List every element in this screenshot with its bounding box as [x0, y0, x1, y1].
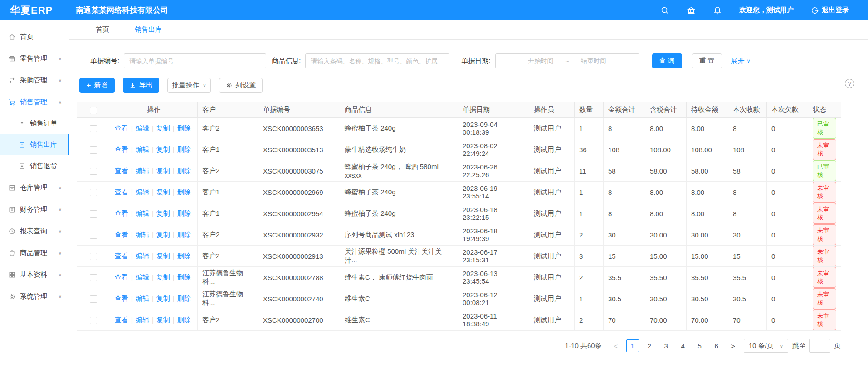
page-3[interactable]: 3 [660, 339, 673, 352]
page-1[interactable]: 1 [626, 339, 639, 352]
view-link[interactable]: 查看 [115, 316, 128, 324]
copy-link[interactable]: 复制 [156, 167, 170, 174]
next-page-button[interactable]: > [727, 339, 740, 352]
edit-link[interactable]: 编辑 [136, 316, 149, 324]
delete-link[interactable]: 删除 [177, 295, 191, 302]
cell-product: 序列号商品测试 xlh123 [340, 224, 458, 246]
sidebar-item-goods[interactable]: 商品管理 ∨ [0, 242, 69, 264]
reset-button[interactable]: 重 置 [692, 53, 722, 68]
edit-link[interactable]: 编辑 [136, 167, 149, 174]
view-link[interactable]: 查看 [115, 167, 128, 174]
add-button[interactable]: + 新增 [79, 78, 115, 93]
prev-page-button[interactable]: < [610, 339, 622, 352]
row-checkbox[interactable] [90, 317, 97, 324]
edit-link[interactable]: 编辑 [136, 252, 149, 260]
search-button[interactable]: 查 询 [652, 53, 682, 68]
sidebar-item-purchase[interactable]: 采购管理 ∨ [0, 69, 69, 91]
cell-pending: 15.00 [687, 246, 728, 267]
sidebar-item-sales[interactable]: 销售管理 ∧ [0, 91, 69, 113]
copy-link[interactable]: 复制 [156, 252, 170, 260]
page-6[interactable]: 6 [710, 339, 723, 352]
edit-link[interactable]: 编辑 [136, 188, 149, 196]
sidebar-item-system[interactable]: 系统管理 ∨ [0, 285, 69, 307]
sidebar-item-retail[interactable]: 零售管理 ∨ [0, 48, 69, 69]
cell-received: 30 [728, 224, 767, 246]
sidebar-item-report[interactable]: 报表查询 ∨ [0, 220, 69, 242]
row-checkbox[interactable] [90, 295, 97, 303]
view-link[interactable]: 查看 [115, 273, 128, 281]
bell-icon[interactable] [713, 6, 722, 15]
column-settings-button[interactable]: 列设置 [219, 78, 263, 93]
delete-link[interactable]: 删除 [177, 167, 191, 174]
tab-sales-outbound[interactable]: 销售出库 [133, 20, 164, 39]
copy-link[interactable]: 复制 [156, 231, 170, 238]
row-checkbox[interactable] [90, 232, 97, 239]
page-5[interactable]: 5 [693, 339, 706, 352]
row-checkbox[interactable] [90, 274, 97, 281]
row-checkbox[interactable] [90, 189, 97, 196]
view-link[interactable]: 查看 [115, 295, 128, 302]
bill-no-input[interactable] [124, 53, 266, 68]
tab-home[interactable]: 首页 [94, 20, 111, 39]
page-2[interactable]: 2 [643, 339, 656, 352]
cell-pending: 30.50 [687, 288, 728, 309]
view-link[interactable]: 查看 [115, 252, 128, 260]
sidebar-item-warehouse[interactable]: 仓库管理 ∨ [0, 177, 69, 198]
delete-link[interactable]: 删除 [177, 145, 191, 153]
delete-link[interactable]: 删除 [177, 252, 191, 260]
sidebar-item-basedata[interactable]: 基本资料 ∨ [0, 264, 69, 285]
row-checkbox[interactable] [90, 168, 97, 175]
bank-icon[interactable] [687, 6, 696, 15]
delete-link[interactable]: 删除 [177, 209, 191, 217]
sidebar: 首页 零售管理 ∨ 采购管理 ∨ 销售管理 ∧ 销售订单 [0, 20, 69, 382]
delete-link[interactable]: 删除 [177, 231, 191, 238]
cell-pending: 70.00 [687, 309, 728, 331]
view-link[interactable]: 查看 [115, 124, 128, 132]
edit-link[interactable]: 编辑 [136, 273, 149, 281]
copy-link[interactable]: 复制 [156, 209, 170, 217]
row-checkbox[interactable] [90, 146, 97, 154]
copy-link[interactable]: 复制 [156, 273, 170, 281]
row-checkbox[interactable] [90, 125, 97, 132]
view-link[interactable]: 查看 [115, 145, 128, 153]
logout-button[interactable]: 退出登录 [811, 6, 849, 15]
view-link[interactable]: 查看 [115, 188, 128, 196]
batch-actions-button[interactable]: 批量操作 ∨ [167, 78, 211, 93]
product-info-input[interactable] [305, 53, 449, 68]
search-icon[interactable] [660, 6, 669, 15]
edit-link[interactable]: 编辑 [136, 209, 149, 217]
cell-amount: 30 [604, 224, 645, 246]
row-checkbox[interactable] [90, 253, 97, 260]
sidebar-item-finance[interactable]: 财务管理 ∨ [0, 198, 69, 220]
view-link[interactable]: 查看 [115, 209, 128, 217]
page-size-select[interactable]: 10 条/页 ∨ [744, 339, 788, 353]
row-checkbox[interactable] [90, 210, 97, 218]
select-all-checkbox[interactable] [90, 107, 97, 114]
copy-link[interactable]: 复制 [156, 295, 170, 302]
edit-link[interactable]: 编辑 [136, 124, 149, 132]
delete-link[interactable]: 删除 [177, 316, 191, 324]
edit-link[interactable]: 编辑 [136, 145, 149, 153]
copy-link[interactable]: 复制 [156, 124, 170, 132]
help-icon[interactable]: ? [845, 79, 854, 88]
sidebar-item-home[interactable]: 首页 [0, 26, 69, 48]
sidebar-item-sales-return[interactable]: 销售退货 [0, 155, 69, 177]
delete-link[interactable]: 删除 [177, 273, 191, 281]
copy-link[interactable]: 复制 [156, 188, 170, 196]
edit-link[interactable]: 编辑 [136, 295, 149, 302]
delete-link[interactable]: 删除 [177, 124, 191, 132]
cell-tax-total: 35.50 [645, 267, 687, 288]
export-button[interactable]: 导出 [123, 78, 159, 93]
page-jump-input[interactable] [809, 339, 830, 353]
expand-filters-link[interactable]: 展开 ∨ [731, 57, 751, 65]
view-link[interactable]: 查看 [115, 231, 128, 238]
cell-customer: 客户1 [198, 139, 258, 160]
sidebar-item-sales-outbound[interactable]: 销售出库 [0, 134, 69, 155]
edit-link[interactable]: 编辑 [136, 231, 149, 238]
sidebar-item-sales-order[interactable]: 销售订单 [0, 113, 69, 134]
copy-link[interactable]: 复制 [156, 145, 170, 153]
copy-link[interactable]: 复制 [156, 316, 170, 324]
delete-link[interactable]: 删除 [177, 188, 191, 196]
date-range-input[interactable]: 开始时间 ~ 结束时间 [495, 53, 639, 68]
page-4[interactable]: 4 [677, 339, 689, 352]
